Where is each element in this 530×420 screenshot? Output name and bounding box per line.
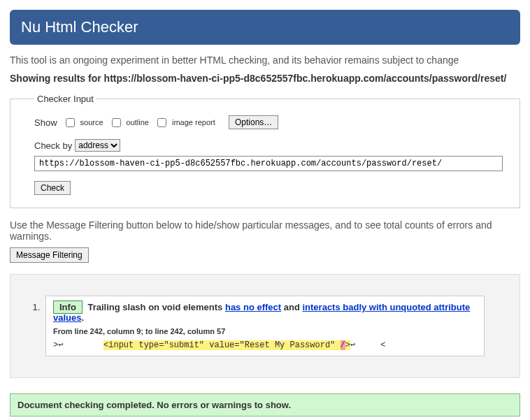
code-slash: / bbox=[341, 340, 345, 350]
image-report-checkbox[interactable] bbox=[157, 118, 166, 127]
msg-prefix: Trailing slash on void elements bbox=[87, 302, 225, 312]
intro-text: This tool is an ongoing experiment in be… bbox=[10, 55, 520, 66]
outline-checkbox[interactable] bbox=[112, 118, 121, 127]
results-heading: Showing results for https://blossom-have… bbox=[10, 73, 520, 84]
msg-suffix: . bbox=[81, 312, 84, 323]
message-filtering-button[interactable]: Message Filtering bbox=[10, 247, 89, 263]
code-pre: >↩ bbox=[53, 340, 103, 350]
code-after: ↩ < bbox=[350, 340, 385, 350]
results-block: Info Trailing slash on void elements has… bbox=[10, 274, 520, 378]
code-post: > bbox=[345, 340, 350, 350]
header-bar: Nu Html Checker bbox=[10, 10, 520, 45]
show-row: Show source outline image report Options… bbox=[34, 115, 503, 129]
checker-input-fieldset: Checker Input Show source outline image … bbox=[10, 94, 520, 208]
msg-mid: and bbox=[281, 302, 302, 312]
message-card: Info Trailing slash on void elements has… bbox=[45, 296, 485, 356]
image-report-label: image report bbox=[172, 118, 215, 126]
check-row: Check bbox=[34, 181, 503, 195]
check-by-select[interactable]: address bbox=[75, 139, 120, 152]
checkby-row: Check by address bbox=[34, 139, 503, 171]
code-extract: >↩ <input type="submit" value="Reset My … bbox=[53, 340, 477, 350]
check-by-label: Check by bbox=[34, 140, 72, 151]
message-item: Info Trailing slash on void elements has… bbox=[43, 296, 485, 356]
results-heading-url: https://blossom-haven-ci-pp5-d8c652557fb… bbox=[104, 73, 507, 84]
show-label: Show bbox=[34, 117, 57, 128]
filter-hint: Use the Message Filtering button below t… bbox=[10, 219, 520, 242]
message-location: From line 242, column 9; to line 242, co… bbox=[53, 327, 477, 335]
url-input[interactable] bbox=[34, 156, 503, 171]
source-label: source bbox=[80, 118, 103, 126]
code-highlight: <input type="submit" value="Reset My Pas… bbox=[103, 340, 350, 350]
options-button[interactable]: Options… bbox=[229, 115, 278, 129]
check-button[interactable]: Check bbox=[34, 181, 71, 195]
source-checkbox[interactable] bbox=[66, 118, 75, 127]
outline-label: outline bbox=[127, 118, 149, 126]
success-bar: Document checking completed. No errors o… bbox=[10, 393, 520, 417]
messages-list: Info Trailing slash on void elements has… bbox=[24, 296, 485, 356]
message-heading: Info Trailing slash on void elements has… bbox=[53, 302, 477, 323]
msg-link-1[interactable]: has no effect bbox=[225, 302, 281, 312]
page-title: Nu Html Checker bbox=[21, 18, 509, 36]
fieldset-legend: Checker Input bbox=[34, 94, 96, 104]
results-heading-prefix: Showing results for bbox=[10, 73, 104, 84]
message-text: Trailing slash on void elements has no e… bbox=[53, 302, 470, 323]
code-hl-main: <input type="submit" value="Reset My Pas… bbox=[103, 340, 340, 350]
